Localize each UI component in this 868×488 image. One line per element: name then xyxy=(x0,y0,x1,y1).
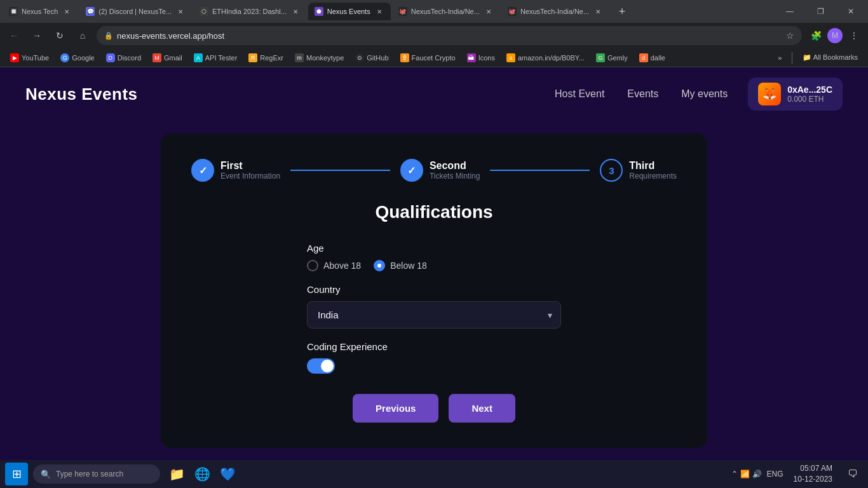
below-18-radio[interactable] xyxy=(374,260,385,271)
tab-close-4[interactable]: ✕ xyxy=(374,6,384,17)
bookmark-github[interactable]: ⊙ GitHub xyxy=(350,51,393,65)
navbar: Nexus Events Host Event Events My events… xyxy=(0,67,868,121)
bookmark-monkeytype[interactable]: m Monkeytype xyxy=(290,51,349,65)
bookmarks-more-button[interactable]: » xyxy=(773,51,787,65)
taskbar-file-explorer[interactable]: 📁 xyxy=(165,463,188,485)
bookmark-github-label: GitHub xyxy=(367,54,388,62)
new-tab-button[interactable]: + xyxy=(613,3,631,20)
bookmark-icons[interactable]: 🏔 Icons xyxy=(462,51,500,65)
bookmark-gmail[interactable]: M Gmail xyxy=(147,51,187,65)
step-second-subtitle: Tickets Minting xyxy=(430,172,480,180)
gemly-favicon-icon: G xyxy=(596,53,605,62)
form-card: ✓ First Event Information ✓ Second Ticke… xyxy=(161,133,707,448)
settings-icon[interactable]: ⋮ xyxy=(845,27,863,44)
lock-icon: 🔒 xyxy=(104,32,113,40)
extensions-icon[interactable]: 🧩 xyxy=(807,27,825,44)
taskbar-vscode[interactable]: 💙 xyxy=(216,463,239,485)
home-button[interactable]: ⌂ xyxy=(74,27,92,44)
bookmark-regex[interactable]: R RegExr xyxy=(243,51,288,65)
form-title: Qualifications xyxy=(191,202,677,222)
above-18-option[interactable]: Above 18 xyxy=(307,260,361,271)
age-field: Age Above 18 Below 18 xyxy=(307,243,561,271)
start-button[interactable]: ⊞ xyxy=(5,463,28,485)
faucet-favicon-icon: ₿ xyxy=(400,53,409,62)
reload-button[interactable]: ↻ xyxy=(51,27,69,44)
wallet-info: 0xAe...25C 0.000 ETH xyxy=(787,85,832,104)
url-bar[interactable]: 🔒 nexus-events.vercel.app/host ☆ xyxy=(97,26,802,45)
tab-ethindia[interactable]: ⬡ ETHIndia 2023: Dashl... ✕ xyxy=(193,3,307,20)
step-third-text: Third Requirements xyxy=(629,160,677,180)
bookmark-star-icon[interactable]: ☆ xyxy=(786,30,794,41)
step-connector-2 xyxy=(490,170,590,171)
bookmark-amazon[interactable]: a amazon.in/dp/B0BY... xyxy=(501,51,590,65)
taskbar-search[interactable]: 🔍 Type here to search xyxy=(33,464,160,484)
tab-close-3[interactable]: ✕ xyxy=(290,6,301,17)
bookmark-dalle-label: dalle xyxy=(651,54,665,62)
bookmark-youtube[interactable]: ▶ YouTube xyxy=(5,51,54,65)
country-label: Country xyxy=(307,284,561,295)
search-icon: 🔍 xyxy=(41,470,51,479)
notification-button[interactable]: 🗨 xyxy=(843,463,863,485)
clock-time: 05:07 AM xyxy=(794,463,832,474)
bookmark-discord[interactable]: D Discord xyxy=(101,51,146,65)
stepper: ✓ First Event Information ✓ Second Ticke… xyxy=(191,159,677,182)
tab-close-2[interactable]: ✕ xyxy=(175,6,186,17)
previous-button[interactable]: Previous xyxy=(353,394,438,423)
bookmarks-divider xyxy=(792,52,792,64)
bookmark-gmail-label: Gmail xyxy=(164,54,182,62)
tab-github-1[interactable]: 🐙 NexusTech-India/Ne... ✕ xyxy=(392,3,500,20)
youtube-favicon-icon: ▶ xyxy=(10,53,19,62)
tab-github-2[interactable]: 🐙 NexusTech-India/Ne... ✕ xyxy=(501,3,609,20)
step-third-circle: 3 xyxy=(600,159,623,182)
tab-discord[interactable]: 💬 (2) Discord | NexusTe... ✕ xyxy=(79,3,192,20)
url-text: nexus-events.vercel.app/host xyxy=(117,31,782,41)
wallet-avatar-icon: 🦊 xyxy=(758,83,781,105)
bookmark-faucet[interactable]: ₿ Faucet Crypto xyxy=(395,51,461,65)
bookmark-gemly[interactable]: G Gemly xyxy=(591,51,633,65)
profile-icon[interactable]: M xyxy=(827,28,843,43)
bookmark-api[interactable]: A API Tester xyxy=(189,51,243,65)
country-select[interactable]: India USA UK Canada Australia Germany Fr… xyxy=(307,301,561,329)
nav-events[interactable]: Events xyxy=(627,88,658,100)
wallet-address: 0xAe...25C xyxy=(787,85,832,95)
browser-chrome: 🔲 Nexus Tech ✕ 💬 (2) Discord | NexusTe..… xyxy=(0,0,868,67)
step-first: ✓ First Event Information xyxy=(191,159,280,182)
back-button[interactable]: ← xyxy=(5,27,23,44)
step-third-title: Third xyxy=(629,160,677,172)
chevron-up-icon[interactable]: ⌃ xyxy=(731,470,738,478)
next-button[interactable]: Next xyxy=(449,394,515,423)
taskbar-chrome[interactable]: 🌐 xyxy=(191,463,214,485)
tab-bar: 🔲 Nexus Tech ✕ 💬 (2) Discord | NexusTe..… xyxy=(0,0,868,23)
api-favicon-icon: A xyxy=(194,53,203,62)
close-button[interactable]: ✕ xyxy=(836,0,865,23)
bookmark-google[interactable]: G Google xyxy=(55,51,99,65)
tab-close-1[interactable]: ✕ xyxy=(62,6,72,17)
wallet-badge[interactable]: 🦊 0xAe...25C 0.000 ETH xyxy=(748,78,843,111)
tab-close-5[interactable]: ✕ xyxy=(484,6,494,17)
coding-toggle[interactable] xyxy=(307,358,335,374)
below-18-option[interactable]: Below 18 xyxy=(374,260,427,271)
bookmarks-more: » 📁 All Bookmarks xyxy=(773,51,863,65)
all-bookmarks[interactable]: 📁 All Bookmarks xyxy=(797,51,863,65)
step-first-title: First xyxy=(220,160,280,172)
bookmark-gemly-label: Gemly xyxy=(607,54,628,62)
bookmark-dalle[interactable]: d dalle xyxy=(634,51,670,65)
minimize-button[interactable]: — xyxy=(775,0,804,23)
above-18-radio[interactable] xyxy=(307,260,318,271)
systray: ⌃ 📶 🔊 xyxy=(731,470,762,478)
dalle-favicon-icon: d xyxy=(639,53,648,62)
maximize-button[interactable]: ❐ xyxy=(806,0,835,23)
tab-close-6[interactable]: ✕ xyxy=(593,6,603,17)
google-favicon-icon: G xyxy=(60,53,69,62)
nav-links: Host Event Events My events xyxy=(555,88,728,100)
tab-nexus-tech[interactable]: 🔲 Nexus Tech ✕ xyxy=(3,3,78,20)
nav-my-events[interactable]: My events xyxy=(681,88,728,100)
tab-nexus-events[interactable]: ⬟ Nexus Events ✕ xyxy=(308,3,391,20)
address-bar: ← → ↻ ⌂ 🔒 nexus-events.vercel.app/host ☆… xyxy=(0,23,868,48)
age-label: Age xyxy=(307,243,561,254)
forward-button[interactable]: → xyxy=(28,27,46,44)
step-second: ✓ Second Tickets Minting xyxy=(400,159,480,182)
bookmark-amazon-label: amazon.in/dp/B0BY... xyxy=(518,54,585,62)
nav-host-event[interactable]: Host Event xyxy=(555,88,604,100)
taskbar-time[interactable]: 05:07 AM 10-12-2023 xyxy=(789,463,837,485)
